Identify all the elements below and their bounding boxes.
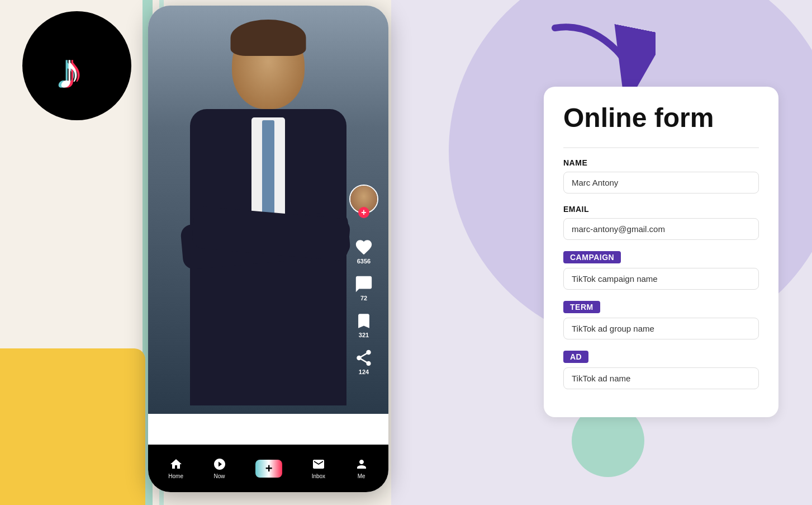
share-count: 124	[359, 369, 369, 375]
share-button[interactable]: 124	[354, 348, 373, 375]
nav-plus[interactable]: +	[255, 460, 282, 478]
form-divider	[563, 147, 759, 148]
svg-text:♪: ♪	[56, 43, 82, 97]
nav-now-label: Now	[214, 473, 225, 479]
nav-home-label: Home	[168, 473, 183, 479]
form-card: Online form NAME EMAIL CAMPAIGN TERM AD	[544, 87, 778, 417]
comment-count: 72	[360, 295, 367, 301]
nav-home[interactable]: Home	[168, 457, 183, 479]
bookmark-button[interactable]: 321	[354, 312, 373, 338]
ad-label: AD	[563, 351, 588, 363]
email-field-group: EMAIL	[563, 205, 759, 249]
phone-mockup: + 6356 72 321 124	[148, 6, 388, 492]
comment-button[interactable]: 72	[354, 275, 373, 301]
nav-now[interactable]: Now	[213, 457, 226, 479]
nav-me-label: Me	[358, 473, 365, 479]
name-field-group: NAME	[563, 158, 759, 202]
like-button[interactable]: 6356	[354, 238, 373, 265]
man-hair	[231, 20, 306, 56]
nav-me[interactable]: Me	[355, 457, 368, 479]
term-input[interactable]	[563, 318, 759, 339]
nav-inbox-label: Inbox	[312, 473, 325, 479]
tiktok-logo: ♪ ♪ ♪	[22, 11, 131, 120]
bookmark-count: 321	[359, 332, 369, 338]
follow-plus: +	[358, 207, 369, 218]
man-tie	[262, 120, 274, 221]
term-field-group: TERM	[563, 301, 759, 348]
like-count: 6356	[357, 258, 371, 265]
name-input[interactable]	[563, 172, 759, 193]
campaign-label: CAMPAIGN	[563, 251, 621, 263]
term-label: TERM	[563, 301, 600, 313]
ad-field-group: AD	[563, 351, 759, 398]
plus-button[interactable]: +	[255, 460, 282, 478]
campaign-input[interactable]	[563, 268, 759, 290]
nav-inbox[interactable]: Inbox	[312, 457, 325, 479]
yellow-block	[0, 348, 145, 505]
form-title: Online form	[563, 103, 759, 133]
creator-avatar: +	[349, 185, 378, 214]
phone-nav: Home Now + Inbox Me	[148, 445, 388, 492]
name-label: NAME	[563, 158, 759, 167]
ad-input[interactable]	[563, 367, 759, 389]
email-input[interactable]	[563, 218, 759, 240]
email-label: EMAIL	[563, 205, 759, 214]
campaign-field-group: CAMPAIGN	[563, 251, 759, 299]
phone-right-icons: + 6356 72 321 124	[349, 185, 378, 375]
